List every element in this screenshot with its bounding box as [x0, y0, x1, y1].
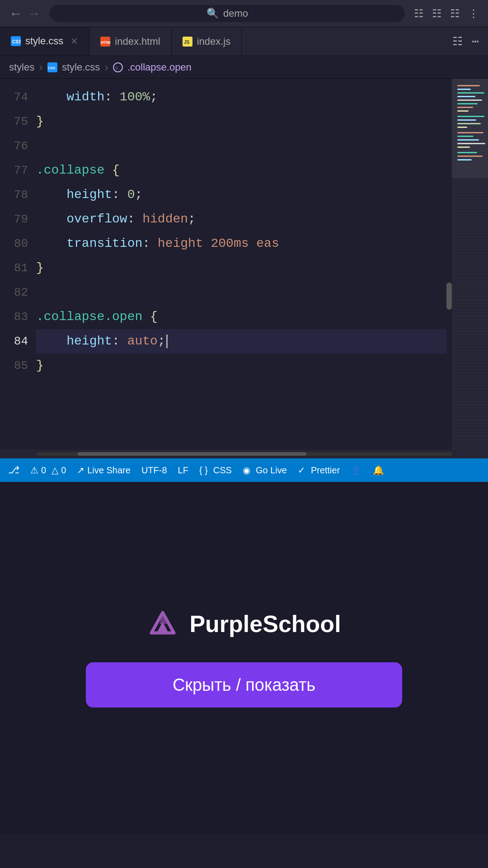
code-line-75: } [36, 109, 452, 134]
close-tab-style-css[interactable]: ✕ [70, 36, 78, 47]
encoding-btn[interactable]: UTF-8 [141, 465, 167, 476]
eol-btn[interactable]: LF [178, 465, 188, 476]
browser-preview: PurpleSchool Скрыть / показать [0, 482, 488, 834]
breadcrumb: styles › CSS style.css › ◇ .collapse.ope… [0, 56, 488, 79]
ln-78: 78 [0, 183, 36, 207]
code-line-80: transition: height 200ms eas [36, 231, 452, 256]
hscroll-track [36, 452, 452, 456]
html-file-icon: HTML [100, 37, 110, 47]
breadcrumb-sep1: › [39, 60, 43, 74]
svg-text:CSS: CSS [12, 39, 21, 44]
layout-icon[interactable]: ☷ [414, 7, 424, 20]
go-live-btn[interactable]: ◉ Go Live [243, 465, 287, 476]
go-live-label: Go Live [256, 465, 287, 476]
tab-index-html[interactable]: HTML index.html [89, 27, 171, 56]
split-editor-icon[interactable]: ☷ [452, 34, 463, 49]
tab-index-js[interactable]: JS index.js [172, 27, 242, 56]
address-bar[interactable]: 🔍 demo [50, 5, 405, 22]
hscroll-thumb[interactable] [78, 452, 306, 456]
error-icon: ⚠ [30, 465, 38, 476]
code-line-84: height: auto; [36, 329, 452, 354]
ln-75: 75 [0, 109, 36, 134]
live-share-label: Live Share [87, 465, 131, 476]
line-numbers: 74 75 76 77 78 79 80 81 82 83 84 85 [0, 79, 36, 449]
logo-text: PurpleSchool [189, 610, 341, 637]
eol-label: LF [178, 465, 188, 476]
tab-label-style-css: style.css [25, 35, 63, 47]
minimap-inner [452, 79, 488, 449]
tab-style-css[interactable]: CSS style.css ✕ [0, 27, 89, 56]
ln-77: 77 [0, 158, 36, 183]
breadcrumb-css-icon: CSS [47, 62, 57, 72]
git-branch[interactable]: ⎇ [8, 464, 19, 476]
toggle-button[interactable]: Скрыть / показать [86, 662, 402, 708]
code-line-81: } [36, 256, 452, 280]
logo-area: PurpleSchool [147, 608, 341, 640]
ln-80: 80 [0, 231, 36, 256]
vertical-scrollbar[interactable] [446, 79, 452, 449]
address-text: demo [223, 8, 248, 19]
error-count: 0 [41, 465, 46, 476]
back-icon[interactable]: ← [9, 6, 23, 21]
ln-74: 74 [0, 85, 36, 109]
svg-text:JS: JS [184, 40, 190, 45]
svg-text:◇: ◇ [115, 66, 118, 70]
ln-82: 82 [0, 280, 36, 305]
errors-warnings[interactable]: ⚠ 0 △ 0 [30, 465, 66, 476]
warning-count: 0 [61, 465, 66, 476]
tab-bar: CSS style.css ✕ HTML index.html JS index… [0, 27, 488, 56]
scrollbar-thumb[interactable] [446, 283, 452, 310]
chrome-icons: ☷ ☷ ☷ ⋮ [414, 7, 479, 20]
code-line-77: .collapse { [36, 158, 452, 183]
tab-right-icons: ☷ ⋯ [452, 27, 488, 56]
svg-text:CSS: CSS [48, 66, 56, 70]
language-label: CSS [213, 465, 232, 476]
ellipsis-icon[interactable]: ⋯ [472, 34, 479, 49]
code-line-83: .collapse.open { [36, 305, 452, 329]
code-line-79: overflow: hidden; [36, 207, 452, 231]
code-content[interactable]: width: 100%; } .collapse { height: 0; ov… [36, 79, 452, 449]
breadcrumb-file[interactable]: style.css [62, 61, 100, 73]
search-icon: 🔍 [206, 8, 219, 19]
minimap [452, 79, 488, 449]
forward-icon[interactable]: → [27, 6, 41, 21]
svg-text:HTML: HTML [101, 40, 110, 45]
code-line-82 [36, 280, 452, 305]
breadcrumb-selector-icon: ◇ [113, 62, 123, 72]
account-icon[interactable]: 👤 [351, 465, 362, 476]
tab-label-index-js: index.js [197, 36, 231, 47]
prettier-btn[interactable]: ✓ Prettier [298, 465, 340, 476]
code-line-78: height: 0; [36, 183, 452, 207]
prettier-label: Prettier [311, 465, 340, 476]
language-icon: { } [199, 465, 208, 476]
tab-label-index-html: index.html [115, 36, 160, 47]
ln-79: 79 [0, 207, 36, 231]
bell-icon: 🔔 [373, 465, 384, 476]
more-icon[interactable]: ⋮ [468, 7, 479, 20]
layout2-icon[interactable]: ☷ [432, 7, 442, 20]
language-btn[interactable]: { } CSS [199, 465, 232, 476]
code-line-76 [36, 134, 452, 158]
text-cursor [166, 335, 168, 348]
live-share-btn[interactable]: ↗ Live Share [77, 465, 131, 476]
horizontal-scrollbar[interactable] [0, 449, 488, 458]
css-file-icon: CSS [11, 36, 21, 46]
purple-school-logo-icon [147, 608, 178, 640]
js-file-icon: JS [183, 37, 192, 47]
notification-icon[interactable]: 🔔 [373, 465, 384, 476]
encoding-label: UTF-8 [141, 465, 167, 476]
ln-84: 84 [0, 329, 36, 354]
breadcrumb-selector[interactable]: .collapse.open [127, 61, 192, 73]
breadcrumb-sep2: › [104, 60, 108, 74]
layout3-icon[interactable]: ☷ [450, 7, 460, 20]
ln-85: 85 [0, 354, 36, 378]
breadcrumb-styles[interactable]: styles [9, 61, 34, 73]
prettier-check-icon: ✓ [298, 465, 305, 476]
chrome-nav: ← → [9, 6, 41, 21]
person-icon: 👤 [351, 465, 362, 476]
editor: 74 75 76 77 78 79 80 81 82 83 84 85 widt… [0, 79, 488, 449]
chrome-bar: ← → 🔍 demo ☷ ☷ ☷ ⋮ [0, 0, 488, 27]
live-share-icon: ↗ [77, 465, 84, 476]
minimap-viewport [452, 79, 488, 178]
ln-81: 81 [0, 256, 36, 280]
